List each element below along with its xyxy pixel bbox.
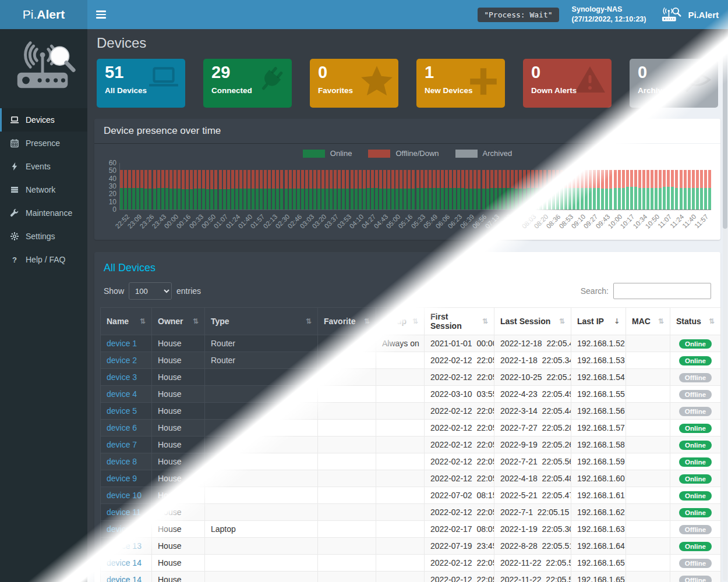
x-axis-tick: 04:43 [356,213,390,247]
search-input[interactable] [613,283,711,299]
card-connected[interactable]: 29 Connected [203,59,292,108]
x-axis-tick: 09:27 [565,213,599,247]
column-header-name[interactable]: Name⇅ [101,308,152,335]
warning-icon [573,65,607,95]
y-axis-tick: 10 [109,198,116,206]
device-link[interactable]: device 5 [107,406,137,416]
sort-icon: ⇅ [658,317,664,325]
x-axis-tick: 01:40 [220,213,254,247]
chart-bar [355,170,358,210]
app-logo[interactable]: Pi.Alert [0,0,87,29]
card-down-alerts[interactable]: 0 Down Alerts [523,59,612,108]
column-header-first-session[interactable]: First Session⇅ [425,308,494,335]
device-link[interactable]: device 3 [107,372,137,382]
device-link[interactable]: device 14 [107,575,142,582]
column-header-status[interactable]: Status⇅ [670,308,721,335]
card-all-devices[interactable]: 51 All Devices [97,59,185,108]
legend-label-online: Online [330,149,352,158]
sidebar-item-maintenance[interactable]: Maintenance [0,201,87,225]
brand-text: Pi.Alert [23,8,65,22]
chart-bar [461,170,464,210]
vertical-scrollbar[interactable] [723,30,727,581]
chart-bar [165,170,168,210]
chart-bar [515,170,518,210]
device-link[interactable]: device 1 [107,339,137,348]
status-badge: Offline [679,373,712,382]
chart-bar [638,170,641,210]
x-axis-tick: 10:17 [602,213,636,247]
chart-bar [622,170,625,210]
sort-icon: ⇅ [140,317,146,325]
chart-bar [313,170,316,210]
chart-yticks: 6050403020100 [94,144,116,240]
card-favorites[interactable]: 0 Favorites [310,59,398,108]
status-badge: Online [679,508,712,517]
card-new-devices[interactable]: 1 New Devices [416,59,505,108]
column-header-last-ip[interactable]: Last IP⇣ [571,308,626,335]
x-axis-tick: 23:26 [121,213,155,247]
sidebar-item-label: Events [26,162,51,171]
x-axis-tick: 04:10 [331,213,365,247]
chart-bar [626,170,629,210]
sort-icon: ⇅ [709,317,715,325]
chart-bar [519,170,522,210]
device-link[interactable]: device 8 [107,457,137,466]
scrollbar-thumb[interactable] [723,41,727,229]
device-link[interactable]: device 4 [107,389,137,399]
sidebar: Devices Presence Events Network Maintena… [0,29,87,582]
chart-bar [597,170,600,210]
chart-bar [457,170,460,210]
device-link[interactable]: device 7 [107,440,137,449]
sort-icon: ⇅ [482,317,488,325]
chart-bar [577,170,579,210]
chart-bar [391,170,394,210]
device-link[interactable]: device 9 [107,474,137,483]
device-link[interactable]: device 10 [107,491,142,500]
sidebar-item-settings[interactable]: Settings [0,225,87,248]
column-header-type[interactable]: Type⇅ [205,308,318,335]
device-link[interactable]: device 2 [107,356,137,365]
column-header-last-session[interactable]: Last Session⇅ [494,308,571,335]
chart-bar [634,170,637,210]
y-axis-tick: 20 [109,190,116,198]
column-header-owner[interactable]: Owner⇅ [152,308,205,335]
x-axis-tick: 04:27 [343,213,377,247]
chart-bar [351,170,354,210]
table-row: device 14House2022-02-12 22:052022-11-22… [101,572,721,582]
chart-bar [511,170,514,210]
x-axis-tick: 06:56 [454,213,488,247]
header-app-link[interactable]: Pi.Alert [661,6,719,23]
plug-icon [253,65,287,97]
sort-icon: ⇅ [193,317,199,325]
column-header-mac[interactable]: MAC⇅ [626,308,670,335]
sidebar-item-devices[interactable]: Devices [0,108,87,132]
x-axis-tick: 08:20 [516,213,550,247]
x-axis-tick: 11:24 [652,213,685,247]
sidebar-item-presence[interactable]: Presence [0,132,87,155]
chart-bar [482,170,485,210]
chart-bar [276,170,279,210]
device-link[interactable]: device 11 [107,508,141,517]
column-header-favorite[interactable]: Favorite⇅ [318,308,376,335]
chart-bar [671,170,674,210]
chart-bar [609,170,612,210]
x-axis-tick: 10:34 [614,213,648,247]
page-length-select[interactable]: 100 [129,282,172,300]
x-axis-tick: 03:03 [282,213,316,247]
chart-bar [342,170,345,210]
chart-bar [433,170,436,210]
chart-bar [280,170,283,210]
chart-bar [132,170,135,210]
device-link[interactable]: device 6 [107,423,137,432]
hamburger-menu-button[interactable] [87,10,106,19]
device-link[interactable]: device 14 [107,558,142,567]
chart-bar [700,170,703,210]
bolt-icon [10,162,19,171]
x-axis-tick: 03:20 [294,213,328,247]
sidebar-item-events[interactable]: Events [0,155,87,178]
chart-bar [268,170,271,210]
sidebar-item-help[interactable]: ? Help / FAQ [0,248,87,271]
sidebar-item-label: Network [26,185,55,194]
chart-bar [124,170,127,210]
sidebar-item-network[interactable]: Network [0,178,87,201]
